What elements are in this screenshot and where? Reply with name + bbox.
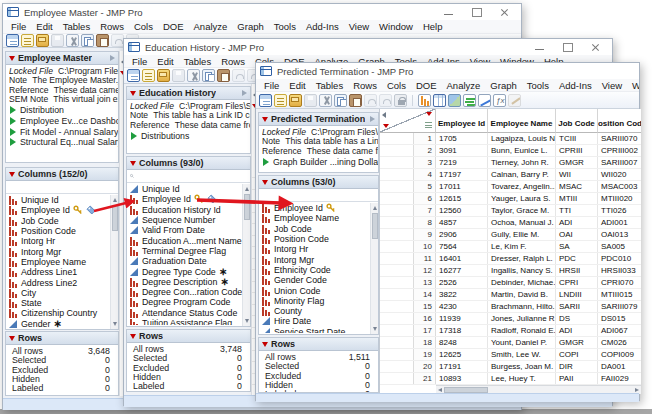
row-state-cell[interactable] (380, 157, 414, 168)
column-item[interactable]: Minority Flag (259, 296, 378, 306)
red-triangle-menu-icon[interactable] (130, 334, 136, 339)
row-state-cell[interactable] (380, 193, 414, 204)
cut-icon[interactable] (319, 94, 332, 107)
columns-scrollbar[interactable] (370, 203, 378, 334)
cell-employee-name[interactable]: Martin, David B. (488, 289, 556, 300)
row-state-cell[interactable] (380, 349, 414, 360)
row-state-cell[interactable] (380, 169, 414, 180)
table-row[interactable]: 154230Brachmann, Hilto...SARIISARIII079 (380, 301, 641, 313)
maximize-button[interactable] (472, 8, 481, 17)
menu-item[interactable]: Graph (485, 80, 521, 91)
table-row[interactable]: 143822Martin, David B.LNDIIIMTIII015 (380, 289, 641, 301)
column-item[interactable]: Degree Program Code (127, 297, 250, 307)
new-journal-icon[interactable] (274, 94, 287, 107)
disclosure-icon[interactable] (110, 55, 115, 61)
cell-position-code[interactable]: ADI001 (598, 217, 641, 228)
cell-job-code[interactable]: GMGR (556, 337, 598, 348)
row-state-cell[interactable] (380, 205, 414, 216)
scroll-right-icon[interactable] (635, 388, 639, 392)
column-item[interactable]: Address Line1 (6, 267, 118, 277)
row-number[interactable]: 1 (414, 133, 436, 144)
column-item[interactable]: Intorg Hr (259, 244, 378, 254)
menu-item[interactable]: Graph (232, 21, 268, 32)
column-item[interactable]: Employee Id (127, 194, 250, 204)
cell-employee-id[interactable]: 1705 (436, 133, 488, 144)
column-item[interactable]: Address Line2 (6, 277, 118, 287)
table-row[interactable]: 11705Lagaipza, Louis N.TCIIISARIII070 (380, 133, 641, 145)
cell-employee-name[interactable]: Le, Kim F. (488, 241, 556, 252)
table-row[interactable]: 1912625Smith, Lee W.COPICOPI009 (380, 349, 641, 361)
column-item[interactable]: Employee Name (259, 213, 378, 223)
columns-scrollbar[interactable] (110, 195, 118, 329)
table-row[interactable]: 107564Le, Kim F.SASA005 (380, 241, 641, 253)
cell-job-code[interactable]: TCIII (556, 133, 598, 144)
row-number[interactable]: 10 (414, 241, 436, 252)
cell-employee-name[interactable]: Smith, Lee W. (488, 349, 556, 360)
data-grid[interactable]: Employee IdEmployee NameJob CodePosition… (379, 109, 641, 394)
table-row[interactable]: 712560Taylor, Grace M.TTITTI026 (380, 205, 641, 217)
red-triangle-menu-icon[interactable] (130, 161, 136, 166)
menu-item[interactable]: Window (374, 21, 418, 32)
row-number[interactable]: 13 (414, 277, 436, 288)
row-state-cell[interactable] (380, 313, 414, 324)
cell-job-code[interactable]: ADI (556, 217, 598, 228)
menu-item[interactable]: Edit (152, 56, 178, 67)
column-item[interactable]: Position Code (6, 226, 118, 236)
column-item[interactable]: Degree Description∗ (127, 277, 250, 287)
red-triangle-menu-icon[interactable] (262, 180, 268, 185)
menu-item[interactable]: Window (627, 80, 639, 91)
cell-position-code[interactable]: PDC010 (598, 253, 641, 264)
red-triangle-menu-icon[interactable] (262, 342, 268, 347)
table-script[interactable]: Graph Builder ...ining Dollar % (262, 157, 378, 168)
column-item[interactable]: Intorg Mgr (6, 246, 118, 256)
cell-position-code[interactable]: MTIII015 (598, 289, 641, 300)
red-triangle-menu-icon[interactable] (9, 336, 15, 341)
cell-employee-name[interactable]: Yauger, Laura S. (488, 193, 556, 204)
table-row[interactable]: 1216277Ingallis, Nancy S.HRSIIHRSII033 (380, 265, 641, 277)
chart-icon[interactable] (478, 94, 491, 107)
column-header[interactable]: Employee Id (436, 109, 488, 133)
scroll-thumb[interactable] (112, 205, 118, 231)
column-header[interactable]: Employee Name (488, 109, 556, 133)
window-predicted-termination[interactable]: Predicted Termination - JMP Pro FileEdit… (255, 62, 640, 401)
column-item[interactable]: Ethnicity Code (259, 265, 378, 275)
menu-item[interactable]: Tables (58, 21, 95, 32)
cell-employee-id[interactable]: 11939 (436, 313, 488, 324)
cell-employee-id[interactable]: 16277 (436, 265, 488, 276)
menu-item[interactable]: DOE (411, 80, 442, 91)
cell-job-code[interactable]: OAI (556, 229, 598, 240)
cell-employee-id[interactable]: 12615 (436, 193, 488, 204)
cell-employee-id[interactable]: 10893 (436, 373, 488, 384)
table-row[interactable]: 2017191Burgess, Joan M.DIRDA001 (380, 361, 641, 373)
cell-employee-id[interactable]: 3091 (436, 145, 488, 156)
scroll-up-icon[interactable] (113, 198, 117, 202)
row-number[interactable]: 11 (414, 253, 436, 264)
cell-employee-id[interactable]: 12625 (436, 349, 488, 360)
column-item[interactable]: Degree Con...ration Code (127, 287, 250, 297)
columns-red-triangle-icon[interactable] (426, 112, 432, 116)
disclosure-icon[interactable] (242, 90, 247, 96)
table-row[interactable]: 1717318Radloff, Ronald E.ADIADI067 (380, 325, 641, 337)
cell-job-code[interactable]: CPRI (556, 277, 598, 288)
row-number[interactable]: 14 (414, 289, 436, 300)
scroll-thumb[interactable] (244, 194, 250, 220)
row-number[interactable]: 7 (414, 205, 436, 216)
open-icon[interactable] (36, 34, 49, 47)
cell-employee-id[interactable]: 17197 (436, 169, 488, 180)
cell-job-code[interactable]: SA (556, 241, 598, 252)
menu-item[interactable]: Help (418, 21, 448, 32)
close-button[interactable] (500, 8, 509, 17)
column-item[interactable]: Graduation Date (127, 256, 250, 266)
new-journal-icon[interactable] (142, 69, 155, 82)
table-row[interactable]: 1611939Jones, Julianne R.DSDS015 (380, 313, 641, 325)
titlebar[interactable]: Employee Master - JMP Pro (3, 4, 521, 20)
search-input[interactable] (12, 182, 119, 192)
cell-employee-name[interactable]: Ochoa, Manual J. (488, 217, 556, 228)
formula-icon[interactable] (493, 94, 506, 107)
column-item[interactable]: Tuition Assistance Flag (127, 318, 250, 325)
cell-job-code[interactable]: TTI (556, 205, 598, 216)
annotate-icon[interactable] (508, 94, 521, 107)
cell-job-code[interactable]: HRSII (556, 265, 598, 276)
cell-job-code[interactable]: COPI (556, 349, 598, 360)
cell-employee-id[interactable]: 17011 (436, 181, 488, 192)
